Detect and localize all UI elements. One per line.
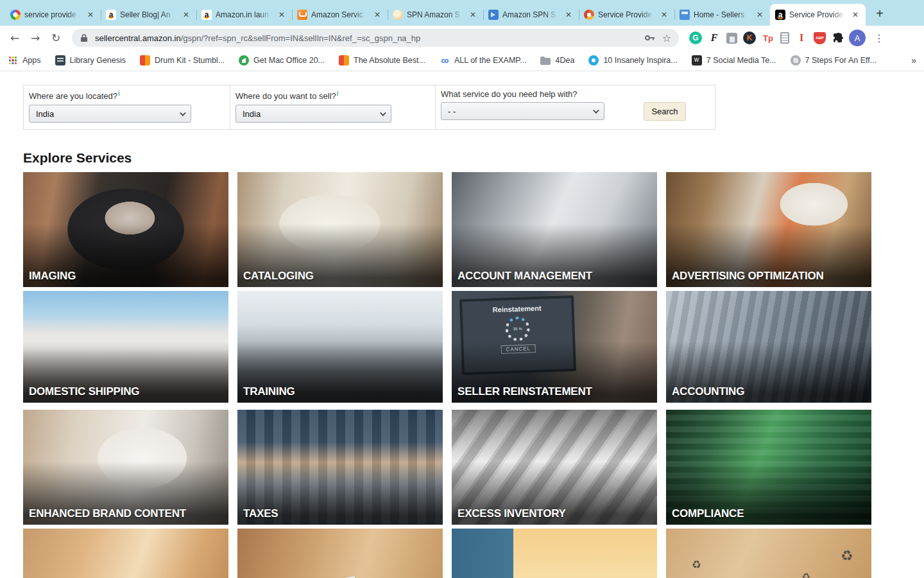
tab-title: Service Provide (789, 10, 846, 19)
bookmarks-overflow-chevron-icon[interactable]: » (911, 55, 916, 66)
tab-amazon-services[interactable]: Amazon Servic ✕ (292, 4, 388, 26)
card-label: IMAGING (29, 270, 76, 283)
puzzle-extension-icon[interactable] (832, 32, 843, 44)
service-card-training[interactable]: TRAINING (237, 291, 443, 403)
close-icon[interactable]: ✕ (85, 10, 96, 20)
browser-menu-icon[interactable]: ⋮ (871, 32, 887, 44)
tab-amazon-spn[interactable]: Amazon SPN S ✕ (483, 4, 579, 26)
url-host: sellercentral.amazon.in (95, 33, 181, 43)
dark-badge-icon (692, 55, 702, 66)
sell-to-label: Where do you want to sell?i (235, 91, 338, 101)
back-button[interactable]: ← (6, 30, 23, 46)
service-card-account-management[interactable]: ACCOUNT MANAGEMENT (452, 172, 657, 287)
profile-avatar[interactable]: A (849, 30, 866, 46)
service-card-returns[interactable]: RETOURE (237, 529, 443, 578)
color-ring-icon (584, 10, 594, 20)
green-circle-icon (239, 55, 249, 66)
service-card-cataloging[interactable]: CATALOGING (237, 172, 443, 287)
card-shade (452, 529, 657, 578)
service-card-compliance[interactable]: COMPLIANCE (666, 410, 871, 525)
bookmark-7-steps[interactable]: 7 Steps For An Eff... (791, 55, 877, 66)
search-button[interactable]: Search (644, 102, 686, 121)
close-icon[interactable]: ✕ (755, 10, 765, 20)
url-path: /gspn/?ref=spn_rc&sellFrom=IN&sellIn=IN&… (181, 33, 421, 43)
service-card-packing[interactable] (23, 529, 228, 578)
tab-service-provider-2[interactable]: Service Provide ✕ (579, 4, 674, 26)
bookmark-label: Library Genesis (70, 56, 126, 65)
reload-button[interactable]: ↻ (47, 30, 64, 46)
tab-seller-blog[interactable]: a Seller Blog| An ✕ (101, 4, 196, 26)
card-shade (23, 529, 228, 578)
url-text: sellercentral.amazon.in/gspn/?ref=spn_rc… (95, 33, 639, 43)
service-card-advertising-optimization[interactable]: ADVERTISING OPTIMIZATION (666, 172, 871, 287)
card-label: ENHANCED BRAND CONTENT (29, 507, 186, 520)
bookmark-apps[interactable]: Apps (8, 55, 41, 66)
instapaper-icon[interactable]: I (795, 31, 808, 44)
service-label: What service do you need help with? (441, 89, 715, 99)
forward-button[interactable]: → (27, 30, 44, 46)
card-shade (666, 529, 871, 578)
bookmark-label: 10 Insanely Inspira... (603, 56, 677, 65)
amazon-icon: a (201, 10, 212, 20)
close-icon[interactable]: ✕ (277, 10, 287, 20)
bookmark-label: Drum Kit - Stumbl... (155, 56, 225, 65)
service-select[interactable]: - - (441, 102, 604, 120)
address-bar[interactable]: sellercentral.amazon.in/gspn/?ref=spn_rc… (72, 29, 679, 47)
password-key-icon[interactable] (644, 32, 656, 44)
reader-icon[interactable] (780, 32, 789, 44)
bookmark-star-icon[interactable]: ☆ (661, 32, 672, 44)
info-icon[interactable]: i (118, 89, 119, 97)
service-card-imaging[interactable]: IMAGING (23, 172, 228, 287)
bookmark-label: ALL of the EXAMP... (454, 56, 527, 65)
grammarly-icon[interactable]: G (689, 31, 702, 44)
tab-service-provider-search[interactable]: service provide ✕ (5, 4, 101, 26)
amazon-icon: a (106, 10, 116, 20)
service-card-excess-inventory[interactable]: EXCESS INVENTORY (452, 410, 657, 525)
service-card-international-shipping[interactable] (452, 529, 657, 578)
close-icon[interactable]: ✕ (468, 10, 478, 20)
service-search-form: Where are you located?i India Where do y… (23, 85, 715, 130)
tab-spn-amazon[interactable]: SPN Amazon S ✕ (388, 4, 483, 26)
service-card-enhanced-brand-content[interactable]: ENHANCED BRAND CONTENT (23, 410, 228, 525)
chevron-down-icon (180, 110, 186, 116)
bookmark-all-examples[interactable]: co ALL of the EXAMP... (440, 55, 527, 66)
bookmark-absolute-best[interactable]: The Absolute Best... (339, 55, 425, 66)
bookmark-insanely-inspiring[interactable]: 10 Insanely Inspira... (588, 55, 677, 66)
close-icon[interactable]: ✕ (563, 10, 574, 20)
chevron-down-icon (593, 107, 599, 114)
service-card-recycling[interactable]: ♻ ♻ ♻ (666, 529, 871, 578)
bookmark-drum-kit[interactable]: Drum Kit - Stumbl... (140, 55, 225, 66)
card-label: ACCOUNTING (672, 385, 744, 398)
tab-strip: service provide ✕ a Seller Blog| An ✕ a … (0, 0, 924, 26)
bookmark-label: 7 Steps For An Eff... (805, 56, 877, 65)
office-icon[interactable] (726, 33, 737, 44)
service-card-accounting[interactable]: ACCOUNTING (666, 291, 871, 403)
tab-amazon-in-launch[interactable]: a Amazon.in laun ✕ (196, 4, 292, 26)
tab-service-provider-active[interactable]: a Service Provide ✕ (770, 4, 866, 26)
new-tab-button[interactable]: + (871, 5, 889, 23)
close-icon[interactable]: ✕ (181, 10, 191, 20)
located-select[interactable]: India (29, 105, 191, 123)
close-icon[interactable]: ✕ (850, 10, 860, 20)
adblock-icon[interactable]: ABP (814, 32, 826, 44)
bookmark-get-mac-office[interactable]: Get Mac Office 20... (239, 55, 325, 66)
bookmark-library-genesis[interactable]: Library Genesis (55, 55, 126, 66)
bookmark-folder-4dea[interactable]: 4Dea (540, 56, 574, 65)
info-icon[interactable]: i (337, 89, 338, 97)
bookmark-social-media[interactable]: 7 Social Media Te... (692, 55, 776, 66)
chevron-down-icon (380, 110, 386, 116)
sell-to-select[interactable]: India (235, 105, 391, 123)
service-card-taxes[interactable]: TAXES (237, 410, 443, 525)
sellercentral-icon (680, 10, 690, 20)
tab-title: Home - Sellers (694, 10, 751, 19)
keeper-icon[interactable]: K (743, 31, 756, 44)
service-card-seller-reinstatement[interactable]: Reinstatement 35 % CANCEL SELLER REINSTA… (452, 291, 657, 403)
close-icon[interactable]: ✕ (372, 10, 382, 20)
service-card-domestic-shipping[interactable]: DOMESTIC SHIPPING (23, 291, 228, 403)
amazon-dark-icon: a (775, 10, 785, 20)
close-icon[interactable]: ✕ (659, 10, 669, 20)
tp-extension-icon[interactable]: Tp (762, 31, 774, 44)
card-label: CATALOGING (243, 270, 314, 283)
tab-home-sellers[interactable]: Home - Sellers ✕ (674, 4, 770, 26)
fontface-icon[interactable]: F (708, 31, 721, 44)
